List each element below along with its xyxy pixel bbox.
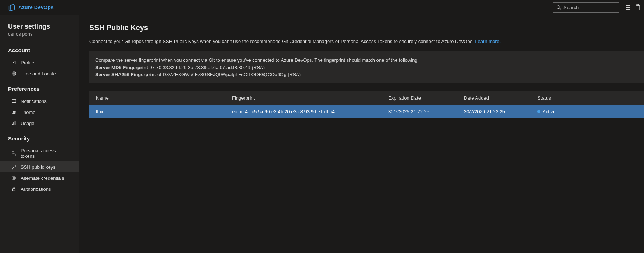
td-fingerprint: ec:be:4b:c5:5a:90:e3:4b:20:e3:c8:93:9d:e…	[232, 109, 388, 114]
svg-point-26	[13, 177, 14, 178]
svg-rect-2	[625, 5, 625, 6]
lock-icon	[11, 186, 17, 192]
svg-rect-6	[625, 9, 625, 10]
globe-icon	[11, 71, 17, 76]
sidebar-item-label: SSH public keys	[21, 164, 56, 170]
section-label-preferences: Preferences	[0, 86, 79, 92]
key-icon	[11, 150, 17, 156]
header-right	[553, 2, 640, 13]
section-label-security: Security	[0, 135, 79, 142]
md5-value: 97:70:33:82:fd:29:3a:73:39:af:6a:07:ad:f…	[148, 65, 265, 70]
svg-rect-22	[15, 121, 16, 125]
section-label-account: Account	[0, 47, 79, 53]
brand-name[interactable]: Azure DevOps	[18, 4, 54, 10]
azure-devops-logo-icon	[8, 4, 15, 11]
fingerprint-intro: Compare the server fingerprint when you …	[95, 57, 638, 64]
header-left: Azure DevOps	[8, 4, 54, 11]
clipboard-icon[interactable]	[635, 4, 640, 10]
sidebar-item-notifications[interactable]: Notifications	[0, 96, 79, 107]
sidebar-item-alt-creds[interactable]: Alternate credentials	[0, 172, 79, 183]
sidebar-item-label: Time and Locale	[21, 71, 56, 76]
sidebar-item-label: Authorizations	[21, 186, 51, 192]
th-name[interactable]: Name	[96, 95, 232, 101]
md5-label: Server MD5 Fingerprint	[95, 65, 148, 70]
sidebar-item-usage[interactable]: Usage	[0, 118, 79, 129]
td-status: Active	[537, 109, 637, 114]
svg-rect-17	[12, 100, 16, 103]
th-expiration[interactable]: Expiration Date	[388, 95, 464, 101]
table-header: Name Fingerprint Expiration Date Date Ad…	[89, 91, 644, 105]
sha256-value: ohD8VZEXGWo6Ez8GSEJQ9WpafgLFsOfLOtGGQCQo…	[156, 72, 301, 77]
td-expiration: 30/7/2025 21:22:25	[388, 109, 464, 114]
td-added: 30/7/2020 21:22:25	[464, 109, 537, 114]
svg-rect-20	[12, 124, 13, 125]
search-box[interactable]	[553, 2, 619, 13]
sidebar-item-label: Theme	[21, 110, 35, 115]
sha256-label: Server SHA256 Fingerprint	[95, 72, 156, 77]
td-name: flux	[96, 109, 232, 114]
sha256-line: Server SHA256 Fingerprint ohD8VZEXGWo6Ez…	[95, 71, 638, 78]
theme-icon	[11, 109, 17, 115]
profile-icon	[11, 60, 17, 65]
sidebar-item-ssh[interactable]: SSH public keys	[0, 161, 79, 172]
learn-more-link[interactable]: Learn more.	[475, 39, 501, 44]
th-status[interactable]: Status	[537, 95, 637, 101]
search-icon	[556, 5, 561, 10]
sidebar-item-label: Personal access tokens	[21, 148, 68, 159]
svg-rect-10	[12, 61, 16, 64]
top-header: Azure DevOps	[0, 0, 644, 15]
sidebar: User settings carlos pons Account Profil…	[0, 15, 79, 253]
md5-line: Server MD5 Fingerprint 97:70:33:82:fd:29…	[95, 64, 638, 71]
credentials-icon	[11, 175, 17, 181]
sidebar-item-profile[interactable]: Profile	[0, 57, 79, 68]
sidebar-item-label: Notifications	[21, 99, 47, 104]
svg-rect-7	[626, 9, 630, 10]
svg-rect-4	[625, 7, 625, 8]
sidebar-item-theme[interactable]: Theme	[0, 107, 79, 118]
svg-point-11	[13, 62, 14, 63]
sidebar-item-label: Alternate credentials	[21, 175, 64, 181]
th-fingerprint[interactable]: Fingerprint	[232, 95, 388, 101]
page-title: SSH Public Keys	[89, 24, 644, 32]
status-dot-icon	[537, 110, 540, 113]
sidebar-title: User settings	[0, 23, 79, 31]
search-input[interactable]	[564, 5, 625, 10]
table-row[interactable]: flux ec:be:4b:c5:5a:90:e3:4b:20:e3:c8:93…	[89, 105, 644, 118]
ssh-keys-table: Name Fingerprint Expiration Date Date Ad…	[89, 91, 644, 118]
sidebar-item-pat[interactable]: Personal access tokens	[0, 145, 79, 161]
notifications-icon	[11, 98, 17, 104]
th-added[interactable]: Date Added	[464, 95, 537, 101]
svg-rect-8	[636, 5, 640, 10]
sidebar-username: carlos pons	[0, 31, 79, 37]
sidebar-item-time-locale[interactable]: Time and Locale	[0, 68, 79, 79]
sidebar-item-label: Usage	[21, 121, 35, 126]
list-icon[interactable]	[624, 4, 630, 10]
content-area: SSH Public Keys Connect to your Git repo…	[79, 15, 644, 253]
svg-rect-3	[626, 5, 630, 6]
fingerprint-box: Compare the server fingerprint when you …	[89, 51, 644, 83]
status-text: Active	[543, 109, 555, 114]
description-text: Connect to your Git repos through SSH Pu…	[89, 39, 475, 44]
ssh-key-icon	[11, 164, 17, 170]
svg-rect-27	[13, 189, 15, 191]
sidebar-item-label: Profile	[21, 60, 34, 65]
svg-line-1	[560, 8, 561, 10]
svg-rect-5	[626, 7, 630, 8]
usage-icon	[11, 120, 17, 126]
main-container: User settings carlos pons Account Profil…	[0, 15, 644, 253]
description: Connect to your Git repos through SSH Pu…	[89, 39, 644, 44]
sidebar-item-authorizations[interactable]: Authorizations	[0, 183, 79, 195]
svg-point-0	[557, 6, 560, 9]
svg-rect-21	[13, 122, 14, 125]
